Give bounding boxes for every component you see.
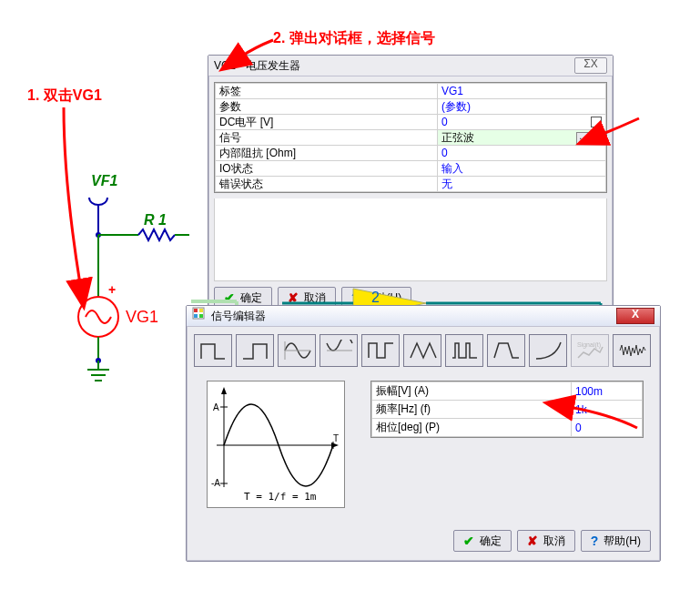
wave-exponential-icon[interactable] xyxy=(529,334,567,367)
svg-rect-22 xyxy=(194,314,198,318)
button-label: 取消 xyxy=(543,534,565,549)
app-icon xyxy=(192,306,205,326)
cell-name: 相位[deg] (P) xyxy=(372,419,572,437)
row-amplitude[interactable]: 振幅[V] (A) 100m xyxy=(372,382,643,401)
cell-value[interactable]: 0 xyxy=(572,419,643,437)
wave-noise-icon[interactable] xyxy=(613,334,651,367)
wave-trapezoid-icon[interactable] xyxy=(487,334,525,367)
wave-cosine-icon[interactable] xyxy=(320,334,358,367)
svg-text:T: T xyxy=(333,433,339,443)
row-phase[interactable]: 相位[deg] (P) 0 xyxy=(372,419,643,437)
dialog-signal-editor: 信号编辑器 X Signal(t) A -A T T = 1/f = 1m xyxy=(186,305,661,562)
titlebar-title: 信号编辑器 xyxy=(211,310,266,322)
wave-pulse-icon[interactable] xyxy=(445,334,483,367)
close-button[interactable]: X xyxy=(616,308,654,324)
svg-rect-23 xyxy=(199,314,203,318)
cell-name: 频率[Hz] (f) xyxy=(372,401,572,419)
waveform-preview: A -A T T = 1/f = 1m xyxy=(207,381,345,508)
wave-sine-icon[interactable] xyxy=(278,334,316,367)
cell-name: 振幅[V] (A) xyxy=(372,382,572,401)
button-row: ✔ 确定 ✘ 取消 ? 帮助(H) xyxy=(448,524,656,557)
row-frequency[interactable]: 频率[Hz] (f) 1k xyxy=(372,401,643,419)
wave-signal-t-icon[interactable]: Signal(t) xyxy=(571,334,609,367)
wave-square-icon[interactable] xyxy=(361,334,400,367)
cancel-button[interactable]: ✘ 取消 xyxy=(517,530,575,552)
help-button[interactable]: ? 帮助(H) xyxy=(581,530,651,552)
button-label: 帮助(H) xyxy=(604,534,641,549)
ok-button[interactable]: ✔ 确定 xyxy=(453,530,512,552)
cell-value[interactable]: 1k xyxy=(572,401,643,419)
svg-text:-A: -A xyxy=(211,478,220,488)
svg-text:2: 2 xyxy=(371,290,380,305)
titlebar-sig[interactable]: 信号编辑器 X xyxy=(187,306,660,327)
x-icon: ✘ xyxy=(527,534,538,548)
svg-rect-21 xyxy=(199,309,203,312)
svg-rect-20 xyxy=(194,309,198,312)
cell-value[interactable]: 100m xyxy=(572,382,643,401)
help-icon: ? xyxy=(591,534,599,548)
button-label: 确定 xyxy=(480,534,502,549)
wave-step-down-icon[interactable] xyxy=(236,334,274,367)
svg-text:A: A xyxy=(213,402,219,412)
svg-text:T = 1/f = 1m: T = 1/f = 1m xyxy=(244,491,317,503)
wave-step-up-icon[interactable] xyxy=(194,334,232,367)
signal-property-grid[interactable]: 振幅[V] (A) 100m 频率[Hz] (f) 1k 相位[deg] (P)… xyxy=(370,381,644,438)
check-icon: ✔ xyxy=(463,534,474,548)
wave-triangle-icon[interactable] xyxy=(403,334,441,367)
signal-toolbar: Signal(t) xyxy=(187,327,660,374)
svg-text:Signal(t): Signal(t) xyxy=(577,341,601,349)
svg-marker-29 xyxy=(221,387,227,394)
